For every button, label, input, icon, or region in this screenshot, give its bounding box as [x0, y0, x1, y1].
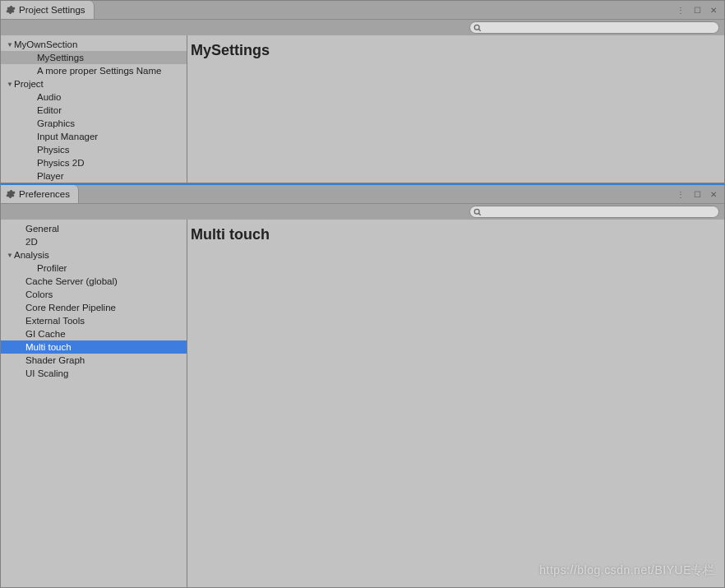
- svg-line-1: [478, 29, 481, 31]
- tree-item[interactable]: Shader Graph: [1, 354, 187, 367]
- tab-label: Project Settings: [19, 5, 85, 15]
- panel-maximize-button[interactable]: ☐: [691, 4, 703, 16]
- tree-item-label: MyOwnSection: [14, 39, 77, 49]
- svg-point-2: [474, 209, 479, 214]
- tree-item-label: Physics: [37, 145, 70, 155]
- settings-content: MySettings: [187, 35, 724, 183]
- tree-item[interactable]: ▼MyOwnSection: [1, 38, 187, 51]
- tree-item-label: Cache Server (global): [25, 276, 118, 286]
- tree-item-label: 2D: [25, 237, 38, 247]
- tree-item-label: Editor: [37, 105, 62, 115]
- page-title: Multi touch: [191, 226, 721, 243]
- search-row: [1, 19, 724, 35]
- tree-item-label: Shader Graph: [25, 355, 85, 365]
- chevron-down-icon[interactable]: ▼: [6, 81, 14, 88]
- chevron-down-icon[interactable]: ▼: [6, 252, 14, 259]
- search-row: [1, 203, 724, 220]
- tree-item[interactable]: General: [1, 222, 187, 235]
- tree-item[interactable]: Graphics: [1, 117, 187, 130]
- tree-item[interactable]: Player: [1, 169, 187, 183]
- gear-icon: [6, 189, 16, 199]
- tree-item-label: General: [25, 224, 59, 234]
- tree-item[interactable]: ▼Analysis: [1, 248, 187, 262]
- tree-item[interactable]: Physics: [1, 143, 187, 156]
- search-input[interactable]: [482, 207, 715, 217]
- page-title: MySettings: [191, 42, 721, 59]
- tree-item-label: Player: [37, 171, 64, 181]
- tree-item-label: Physics 2D: [37, 158, 85, 168]
- tree-item[interactable]: External Tools: [1, 314, 187, 327]
- project-settings-panel: Project Settings ⋮ ☐ ✕ ▼MyOwnSectionMySe…: [0, 0, 725, 183]
- tree-item[interactable]: Profiler: [1, 262, 187, 275]
- tree-item-label: Analysis: [14, 250, 49, 260]
- tree-item-label: Graphics: [37, 118, 75, 128]
- tree-item-label: Core Render Pipeline: [25, 303, 116, 313]
- tree-item-label: UI Scaling: [25, 368, 68, 378]
- tree-item[interactable]: A more proper Settings Name: [1, 64, 187, 77]
- tree-item[interactable]: MySettings: [1, 51, 187, 64]
- tree-item[interactable]: Physics 2D: [1, 156, 187, 169]
- search-box[interactable]: [469, 21, 719, 34]
- svg-point-0: [474, 25, 479, 30]
- tree-item[interactable]: UI Scaling: [1, 367, 187, 380]
- tree-item-label: Audio: [37, 92, 61, 102]
- panel-body: ▼MyOwnSectionMySettingsA more proper Set…: [1, 35, 724, 183]
- tree-item[interactable]: Multi touch: [1, 340, 187, 354]
- panel-close-button[interactable]: ✕: [708, 4, 719, 16]
- tree-item-label: Multi touch: [25, 342, 72, 352]
- panel-menu-button[interactable]: ⋮: [675, 188, 686, 200]
- search-icon: [473, 208, 482, 216]
- gear-icon: [6, 5, 16, 15]
- chevron-down-icon[interactable]: ▼: [6, 41, 14, 49]
- preferences-panel: Preferences ⋮ ☐ ✕ General2D▼AnalysisProf…: [0, 183, 725, 588]
- panel-header-controls: ⋮ ☐ ✕: [675, 185, 724, 203]
- tree-item-label: Profiler: [37, 263, 67, 273]
- tree-item-label: Project: [14, 79, 44, 89]
- tree-item-label: MySettings: [37, 53, 84, 63]
- tree-item-label: GI Cache: [25, 329, 66, 339]
- tree-item-label: A more proper Settings Name: [37, 66, 162, 76]
- tab-project-settings[interactable]: Project Settings: [1, 1, 95, 19]
- settings-tree: ▼MyOwnSectionMySettingsA more proper Set…: [1, 35, 187, 183]
- svg-line-3: [478, 213, 481, 215]
- preferences-tree: General2D▼AnalysisProfilerCache Server (…: [1, 220, 187, 587]
- tree-item[interactable]: 2D: [1, 235, 187, 248]
- tree-item-label: Colors: [25, 289, 53, 299]
- tab-label: Preferences: [19, 189, 70, 199]
- tree-item[interactable]: GI Cache: [1, 327, 187, 340]
- panel-body: General2D▼AnalysisProfilerCache Server (…: [1, 220, 724, 587]
- tab-bar: Project Settings ⋮ ☐ ✕: [1, 1, 724, 19]
- preferences-content: Multi touch: [187, 220, 724, 587]
- tree-item[interactable]: ▼Project: [1, 77, 187, 90]
- tab-preferences[interactable]: Preferences: [1, 185, 79, 203]
- panel-menu-button[interactable]: ⋮: [675, 4, 686, 16]
- panel-close-button[interactable]: ✕: [708, 188, 719, 200]
- tree-item[interactable]: Input Manager: [1, 130, 187, 143]
- tree-item[interactable]: Colors: [1, 288, 187, 301]
- tree-item[interactable]: Editor: [1, 104, 187, 117]
- panel-maximize-button[interactable]: ☐: [691, 188, 703, 200]
- tree-item-label: Input Manager: [37, 132, 98, 141]
- tree-item[interactable]: Core Render Pipeline: [1, 301, 187, 314]
- search-box[interactable]: [469, 206, 719, 218]
- search-input[interactable]: [482, 23, 715, 33]
- search-icon: [473, 24, 482, 32]
- tree-item[interactable]: Cache Server (global): [1, 275, 187, 288]
- panel-header-controls: ⋮ ☐ ✕: [675, 1, 724, 19]
- tree-item[interactable]: Audio: [1, 90, 187, 104]
- tab-bar: Preferences ⋮ ☐ ✕: [1, 185, 724, 203]
- tree-item-label: External Tools: [25, 316, 85, 326]
